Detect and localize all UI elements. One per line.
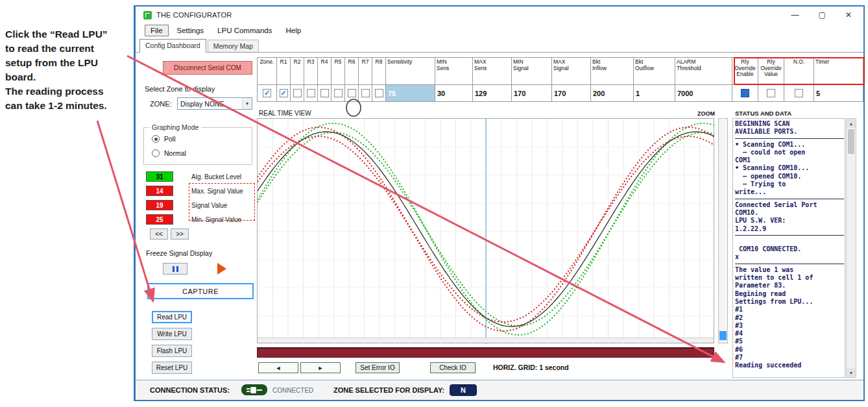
tab-strip: Config DashboardMemory Map xyxy=(136,38,863,53)
flash-lpu-button[interactable]: Flash LPU xyxy=(152,345,192,357)
check-io-button[interactable]: Check IO xyxy=(430,362,476,373)
status-line: – opened COM10. xyxy=(735,173,844,180)
param-col-header-bkt-outflow: Bkt Outflow xyxy=(634,57,675,85)
error-io-bar xyxy=(257,347,714,358)
status-line xyxy=(735,238,844,245)
param-cell-sensitivity[interactable]: 75 xyxy=(386,85,435,102)
param-cell-max-sens[interactable]: 129 xyxy=(473,85,512,102)
status-line: #1 xyxy=(735,306,844,314)
param-cell-alarm-threshold[interactable]: 7000 xyxy=(675,85,732,102)
zone-section-label: Select Zone to display xyxy=(145,85,215,93)
status-line: write... xyxy=(735,188,844,196)
param-cell-min-sens[interactable]: 30 xyxy=(435,85,473,102)
param-col-header-rly-override-value: Rly Override Value xyxy=(758,57,784,85)
param-checkbox-r4[interactable] xyxy=(320,89,329,97)
param-cell-max-signal[interactable]: 170 xyxy=(552,85,591,102)
param-checkbox-rly-override-enable[interactable] xyxy=(741,89,749,97)
tab-memory-map[interactable]: Memory Map xyxy=(208,40,259,52)
param-cell-r8[interactable] xyxy=(372,85,386,102)
status-line: • Scanning COM1... xyxy=(735,141,844,149)
param-checkbox-r7[interactable] xyxy=(361,89,370,97)
param-cell-r6[interactable] xyxy=(345,85,359,102)
page-forward-button[interactable]: >> xyxy=(171,228,189,240)
param-cell-bkt-outflow[interactable]: 1 xyxy=(634,85,675,102)
disconnect-serial-button[interactable]: Disconnect Serial COM xyxy=(163,61,252,75)
capture-button[interactable]: CAPTURE xyxy=(147,283,254,299)
param-cell-rly-override-enable[interactable] xyxy=(732,85,758,102)
annotation-line: setup from the LPU xyxy=(5,56,136,70)
param-cell-rly-override-value[interactable] xyxy=(758,85,784,102)
status-line: COM10 CONNECTED. xyxy=(735,245,844,253)
param-col-header-r8: R8 xyxy=(372,57,386,85)
status-line: #6 xyxy=(735,346,844,354)
param-cell-min-signal[interactable]: 170 xyxy=(512,85,552,102)
reset-lpu-button[interactable]: Reset LPU xyxy=(152,362,192,374)
scroll-up-icon[interactable]: ▲ xyxy=(847,119,856,128)
param-checkbox-r1[interactable]: ✓ xyxy=(280,89,288,97)
status-line: #4 xyxy=(735,330,844,338)
scroll-left-button[interactable]: ◄ xyxy=(258,362,298,373)
menu-item-lpu-commands[interactable]: LPU Commands xyxy=(212,25,277,36)
zoom-slider-thumb[interactable] xyxy=(719,331,727,340)
param-cell-r3[interactable] xyxy=(304,85,318,102)
scroll-down-icon[interactable]: ▼ xyxy=(847,368,856,377)
param-col-header-r1: R1 xyxy=(277,57,291,85)
close-button[interactable]: ✕ xyxy=(845,10,852,19)
param-cell-r4[interactable] xyxy=(318,85,332,102)
param-col-header-max-sens: MAX Sens xyxy=(473,57,512,85)
play-icon xyxy=(217,263,226,275)
param-checkbox-r3[interactable] xyxy=(307,89,315,97)
param-col-header-min-sens: MIN Sens xyxy=(435,57,473,85)
zone-select[interactable]: Display NONE ▾ xyxy=(177,97,252,110)
status-log[interactable]: BEGINNING SCANAVAILABLE PORTS.• Scanning… xyxy=(732,118,845,378)
param-cell-r1[interactable]: ✓ xyxy=(277,85,291,102)
param-checkbox-r5[interactable] xyxy=(334,89,343,97)
param-checkbox-n-o[interactable] xyxy=(795,89,803,97)
menu-item-help[interactable]: Help xyxy=(280,25,306,36)
readout-value: 25 xyxy=(146,214,173,225)
status-line: #7 xyxy=(735,354,844,362)
menu-item-settings[interactable]: Settings xyxy=(172,25,210,36)
status-scrollbar[interactable]: ▲ ▼ xyxy=(846,118,856,378)
param-cell-zone[interactable]: ✓ xyxy=(257,85,277,102)
param-col-header-r5: R5 xyxy=(332,57,345,85)
param-cell-bkt-inflow[interactable]: 200 xyxy=(591,85,634,102)
scroll-right-button[interactable]: ► xyxy=(300,362,341,373)
param-checkbox-zone[interactable]: ✓ xyxy=(263,89,271,97)
status-line: LPU S.W. VER: xyxy=(735,217,844,225)
param-cell-r2[interactable] xyxy=(291,85,304,102)
read-lpu-button[interactable]: Read LPU xyxy=(152,311,192,323)
param-col-header-r4: R4 xyxy=(318,57,332,85)
status-scrollbar-thumb[interactable] xyxy=(848,129,854,154)
annotation-line: can take 1-2 minutes. xyxy=(5,99,136,113)
param-checkbox-r6[interactable] xyxy=(348,89,356,97)
param-cell-r5[interactable] xyxy=(332,85,345,102)
param-cell-r7[interactable] xyxy=(359,85,372,102)
param-cell-timer[interactable]: 5 xyxy=(814,85,863,102)
readout-highlight-frame xyxy=(189,183,255,221)
radio-normal[interactable]: Normal xyxy=(152,149,186,157)
status-separator xyxy=(735,138,844,139)
maximize-button[interactable]: ▢ xyxy=(819,10,826,19)
tab-config-dashboard[interactable]: Config Dashboard xyxy=(139,39,206,53)
chart-horizontal-scrollbar[interactable] xyxy=(258,338,714,343)
waveform-chart[interactable] xyxy=(257,118,714,343)
window-controls: — ▢ ✕ xyxy=(791,10,852,19)
param-checkbox-rly-override-value[interactable] xyxy=(767,89,775,97)
param-checkbox-r8[interactable] xyxy=(375,89,383,97)
page-back-button[interactable]: << xyxy=(150,228,168,240)
zoom-slider[interactable] xyxy=(718,118,728,343)
param-checkbox-r2[interactable] xyxy=(293,89,302,97)
status-line: • Scanning COM10... xyxy=(735,164,844,172)
menu-item-file[interactable]: File xyxy=(145,25,169,36)
pause-button[interactable] xyxy=(163,263,187,275)
write-lpu-button[interactable]: Write LPU xyxy=(152,328,192,340)
status-panel-title: STATUS AND DATA xyxy=(735,110,791,117)
play-button[interactable] xyxy=(217,263,226,275)
radio-poll[interactable]: Poll xyxy=(152,135,176,143)
freeze-signal-label: Freeze Signal Display xyxy=(146,249,212,257)
minimize-button[interactable]: — xyxy=(791,10,799,19)
status-separator xyxy=(735,199,844,199)
param-cell-n-o[interactable] xyxy=(784,85,814,102)
set-error-io-button[interactable]: Set Error IO xyxy=(356,362,400,373)
